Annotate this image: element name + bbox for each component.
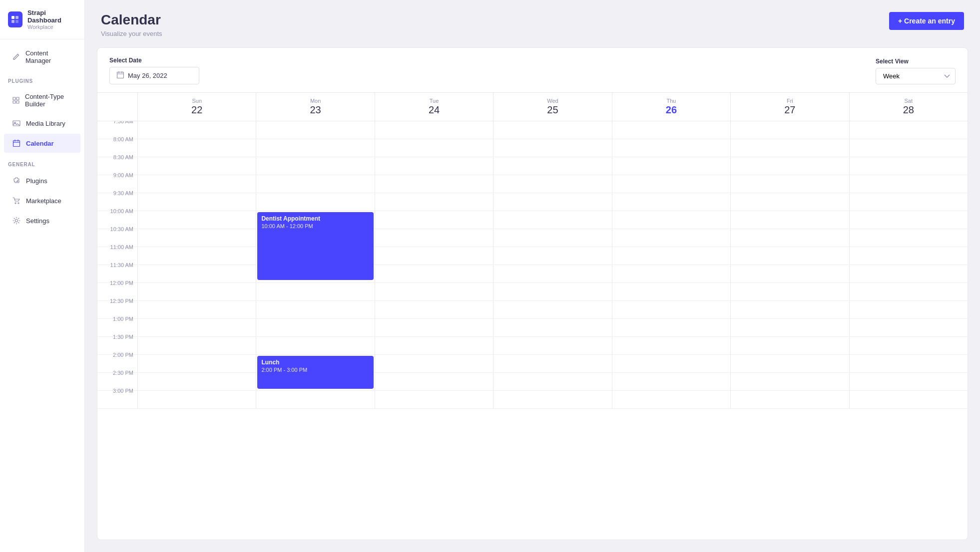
time-cell[interactable] bbox=[493, 247, 611, 265]
time-cell[interactable] bbox=[256, 157, 374, 175]
time-cell[interactable] bbox=[849, 337, 968, 354]
time-cell[interactable] bbox=[375, 247, 493, 265]
time-cell[interactable] bbox=[137, 319, 256, 336]
time-cell[interactable] bbox=[375, 121, 493, 139]
time-cell[interactable] bbox=[849, 211, 968, 229]
time-cell[interactable] bbox=[375, 355, 493, 372]
event-dentist[interactable]: Dentist Appointment 10:00 AM - 12:00 PM bbox=[257, 212, 373, 280]
time-cell[interactable] bbox=[493, 373, 611, 390]
sidebar-item-marketplace[interactable]: Marketplace bbox=[4, 191, 80, 210]
time-cell[interactable] bbox=[493, 193, 611, 211]
time-cell[interactable] bbox=[730, 175, 849, 193]
time-cell[interactable] bbox=[730, 157, 849, 175]
time-cell[interactable] bbox=[730, 121, 849, 139]
time-cell[interactable] bbox=[849, 373, 968, 390]
time-cell[interactable] bbox=[730, 355, 849, 372]
time-cell[interactable] bbox=[849, 265, 968, 282]
time-cell[interactable] bbox=[493, 175, 611, 193]
time-cell[interactable] bbox=[730, 193, 849, 211]
time-cell[interactable] bbox=[493, 139, 611, 157]
date-picker-button[interactable]: May 26, 2022 bbox=[109, 67, 199, 84]
time-cell[interactable] bbox=[612, 175, 730, 193]
time-cell[interactable] bbox=[137, 301, 256, 318]
time-cell[interactable] bbox=[375, 319, 493, 336]
sidebar-item-content-type-builder[interactable]: Content-Type Builder bbox=[4, 88, 80, 113]
time-cell[interactable] bbox=[849, 139, 968, 157]
time-cell[interactable] bbox=[730, 139, 849, 157]
time-cell[interactable] bbox=[137, 157, 256, 175]
time-cell[interactable] bbox=[375, 211, 493, 229]
time-cell[interactable] bbox=[493, 211, 611, 229]
time-cell[interactable] bbox=[612, 139, 730, 157]
time-cell[interactable] bbox=[375, 175, 493, 193]
time-cell[interactable] bbox=[256, 121, 374, 139]
time-cell[interactable] bbox=[137, 139, 256, 157]
time-cell[interactable] bbox=[137, 265, 256, 282]
time-cell[interactable] bbox=[137, 211, 256, 229]
time-cell[interactable] bbox=[493, 265, 611, 282]
time-cell[interactable] bbox=[493, 229, 611, 247]
sidebar-item-calendar[interactable]: Calendar bbox=[4, 134, 80, 153]
time-cell[interactable] bbox=[375, 193, 493, 211]
time-cell[interactable] bbox=[612, 355, 730, 372]
time-cell[interactable] bbox=[849, 193, 968, 211]
sidebar-item-settings[interactable]: Settings bbox=[4, 211, 80, 230]
time-cell[interactable] bbox=[375, 139, 493, 157]
time-cell[interactable] bbox=[730, 211, 849, 229]
time-cell[interactable] bbox=[137, 283, 256, 300]
time-cell[interactable] bbox=[612, 193, 730, 211]
time-cell[interactable] bbox=[612, 301, 730, 318]
time-cell[interactable] bbox=[612, 157, 730, 175]
time-cell[interactable] bbox=[137, 229, 256, 247]
time-cell[interactable] bbox=[256, 391, 374, 408]
time-cell[interactable] bbox=[612, 337, 730, 354]
time-cell[interactable] bbox=[493, 355, 611, 372]
time-cell[interactable] bbox=[375, 157, 493, 175]
time-cell[interactable] bbox=[375, 337, 493, 354]
time-cell[interactable] bbox=[730, 247, 849, 265]
time-cell[interactable]: Lunch 2:00 PM - 3:00 PM bbox=[256, 355, 374, 372]
time-cell[interactable] bbox=[849, 301, 968, 318]
time-cell[interactable] bbox=[849, 157, 968, 175]
time-cell[interactable] bbox=[375, 229, 493, 247]
time-cell[interactable] bbox=[375, 391, 493, 408]
time-cell[interactable] bbox=[730, 337, 849, 354]
time-cell[interactable] bbox=[612, 121, 730, 139]
time-cell[interactable] bbox=[612, 373, 730, 390]
sidebar-item-content-manager[interactable]: Content Manager bbox=[4, 44, 80, 69]
time-cell[interactable] bbox=[137, 193, 256, 211]
time-cell[interactable] bbox=[493, 319, 611, 336]
time-cell[interactable] bbox=[730, 319, 849, 336]
time-cell[interactable] bbox=[256, 283, 374, 300]
time-cell[interactable] bbox=[375, 265, 493, 282]
time-cell[interactable] bbox=[612, 319, 730, 336]
time-cell[interactable] bbox=[256, 319, 374, 336]
time-cell[interactable] bbox=[493, 157, 611, 175]
time-cell[interactable] bbox=[493, 301, 611, 318]
time-cell[interactable] bbox=[849, 355, 968, 372]
time-cell[interactable] bbox=[256, 175, 374, 193]
time-cell[interactable] bbox=[612, 211, 730, 229]
time-cell[interactable] bbox=[137, 373, 256, 390]
time-cell[interactable] bbox=[493, 283, 611, 300]
time-cell[interactable] bbox=[849, 391, 968, 408]
time-cell[interactable] bbox=[730, 283, 849, 300]
time-cell[interactable] bbox=[375, 373, 493, 390]
time-cell[interactable] bbox=[137, 391, 256, 408]
time-cell[interactable] bbox=[730, 229, 849, 247]
time-cell[interactable] bbox=[137, 337, 256, 354]
sidebar-item-plugins[interactable]: Plugins bbox=[4, 171, 80, 190]
time-cell[interactable] bbox=[375, 283, 493, 300]
time-cell[interactable] bbox=[849, 175, 968, 193]
time-cell[interactable] bbox=[493, 337, 611, 354]
sidebar-item-media-library[interactable]: Media Library bbox=[4, 114, 80, 133]
time-cell[interactable] bbox=[849, 247, 968, 265]
time-cell[interactable] bbox=[137, 355, 256, 372]
view-select-dropdown[interactable]: Day Week Month bbox=[876, 68, 956, 84]
time-cell[interactable] bbox=[256, 139, 374, 157]
event-lunch[interactable]: Lunch 2:00 PM - 3:00 PM bbox=[257, 356, 373, 389]
time-cell[interactable] bbox=[849, 283, 968, 300]
time-cell[interactable] bbox=[493, 121, 611, 139]
time-cell[interactable] bbox=[612, 283, 730, 300]
time-cell[interactable] bbox=[612, 229, 730, 247]
